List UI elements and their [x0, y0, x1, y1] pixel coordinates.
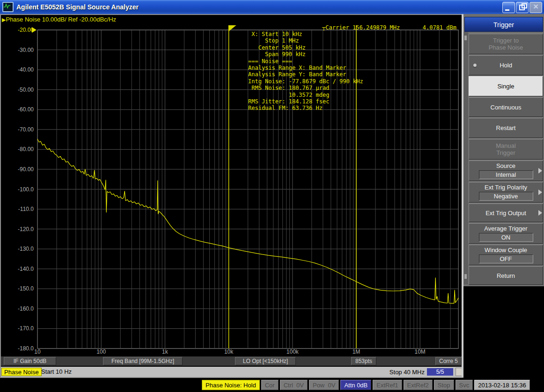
submenu-arrow-icon — [538, 168, 542, 174]
y-tick-label: -170.0 — [18, 325, 34, 332]
softkey-average-trigger[interactable]: Average TriggerON — [469, 223, 543, 244]
softkey-label: Return — [469, 272, 543, 279]
softkey-label: Hold — [469, 62, 543, 69]
carrier-frequency: ┬Carrier 156.249879 MHz — [322, 24, 400, 31]
x-tick-label: 100 — [96, 348, 106, 355]
status-stop-freq: Stop 40 MHz — [390, 369, 425, 376]
screen-border-bottom — [0, 377, 463, 378]
softkey-label: Trigger to Phase Noise — [469, 37, 543, 51]
noise-analysis-readout: X: Start 10 kHz Stop 1 MHz Center 505 kH… — [248, 31, 363, 112]
softkey-restart[interactable]: Restart — [469, 118, 543, 138]
x-tick-label: 100k — [287, 348, 299, 355]
status-box-measurement-status: Phase Noise: Hold — [202, 380, 260, 390]
carrier-power: 4.0781 dBm — [423, 24, 456, 31]
window-title: Agilent E5052B Signal Source Analyzer — [16, 3, 139, 11]
status-box-stop: Stop — [434, 380, 454, 390]
restore-icon — [519, 5, 525, 10]
ref-level-marker-icon — [32, 27, 37, 33]
app-icon — [2, 2, 14, 12]
softkey-label: Continuous — [469, 104, 543, 111]
status-page-badge: 5/5 — [427, 368, 453, 376]
softkey-label: Ext Trig Output — [469, 210, 543, 217]
band-marker-flag-icon — [229, 25, 236, 31]
softkey-return[interactable]: Return — [469, 266, 543, 285]
minimize-button[interactable] — [502, 2, 515, 13]
softkey-value-ext-trig-polarity: Negative — [479, 192, 533, 201]
softkey-label: Average Trigger — [469, 225, 543, 232]
softkey-value-average-trigger: ON — [479, 233, 533, 242]
softkey-source[interactable]: SourceInternal — [469, 160, 543, 181]
y-tick-label: -60.00 — [18, 106, 34, 113]
instrument-screen: ▶Phase Noise 10.00dB/ Ref -20.00dBc/Hz ┬… — [0, 14, 463, 378]
carrier-readout: ┬Carrier 156.249879 MHz 4.0781 dBm — [322, 24, 456, 31]
y-tick-label: -140.0 — [18, 266, 34, 272]
softkey-ext-trig-output[interactable]: Ext Trig Output — [469, 203, 543, 222]
y-tick-label: -20.00 — [18, 27, 34, 33]
measurement-status-bar: Phase Noise Start 10 Hz Stop 40 MHz 5/5 — [0, 367, 463, 377]
screen-border-right — [462, 14, 463, 378]
x-tick-label: 1k — [162, 348, 169, 355]
y-tick-label: -70.00 — [18, 126, 34, 133]
softkey-ext-trig-polarity[interactable]: Ext Trig PolarityNegative — [469, 182, 543, 203]
instrument-status-bar: Phase Noise: HoldCorCtrl 0VPow 0VAttn 0d… — [0, 378, 544, 392]
trace-scale-label: Phase Noise 10.00dB/ Ref -20.00dBc/Hz — [6, 16, 116, 23]
scale-box-853pts: 853pts — [351, 357, 376, 365]
x-tick-label: 10 — [34, 348, 41, 355]
x-tick-label: 1M — [353, 348, 360, 355]
softkey-value-source: Internal — [479, 170, 533, 179]
y-tick-label: -130.0 — [18, 246, 34, 252]
status-box-pow: Pow 0V — [309, 380, 339, 390]
softkey-label: Manual Trigger — [469, 142, 543, 156]
submenu-arrow-icon — [538, 189, 542, 195]
phase-noise-plot: -20.00-30.00-40.00-50.00-60.00-70.00-80.… — [0, 14, 463, 356]
status-box-attn: Attn 0dB — [340, 380, 371, 390]
softkey-continuous[interactable]: Continuous — [469, 97, 543, 117]
softkey-label: Restart — [469, 124, 543, 131]
screen-border-left — [0, 14, 1, 378]
restore-button[interactable] — [516, 2, 529, 13]
status-box-cor: Cor — [261, 380, 279, 390]
status-box-datetime: 2013-02-18 15:36 — [474, 380, 530, 390]
y-tick-label: -40.00 — [18, 66, 34, 73]
softkey-manual-trigger[interactable]: Manual Trigger — [469, 139, 543, 160]
softkey-trigger-to-phase-noise[interactable]: Trigger to Phase Noise — [469, 34, 543, 54]
softkey-label: Ext Trig Polarity — [469, 184, 543, 191]
menu-strip-mark — [464, 36, 467, 40]
status-mode-badge: Phase Noise — [1, 368, 42, 376]
menu-title: Trigger — [464, 17, 543, 32]
status-box-extref1: ExtRef1 — [373, 380, 402, 390]
x-tick-label: 10M — [415, 348, 426, 355]
scale-box-lo: LO Opt [<150kHz] — [235, 357, 296, 365]
status-box-extref2: ExtRef2 — [404, 380, 433, 390]
trace-scale-header: ▶Phase Noise 10.00dB/ Ref -20.00dBc/Hz — [2, 16, 116, 23]
y-tick-label: -30.00 — [18, 47, 34, 53]
y-tick-label: -110.0 — [18, 206, 34, 212]
close-icon: ✕ — [530, 3, 542, 10]
softkey-label: Window Couple — [469, 247, 543, 254]
softkey-hold[interactable]: Hold — [469, 55, 543, 75]
close-button[interactable]: ✕ — [529, 2, 542, 13]
softkey-value-window-couple: OFF — [479, 254, 533, 263]
measurement-settings-bar: IF Gain 50dBFreq Band [99M-1.5GHz]LO Opt… — [0, 356, 463, 366]
y-tick-label: -160.0 — [18, 305, 34, 312]
y-tick-label: -120.0 — [18, 226, 34, 232]
submenu-arrow-icon — [538, 210, 542, 216]
softkey-window-couple[interactable]: Window CoupleOFF — [469, 245, 543, 265]
menu-strip-mark — [464, 274, 467, 279]
softkey-menu-panel: Trigger Trigger to Phase NoiseHoldSingle… — [463, 14, 544, 378]
title-bar: Agilent E5052B Signal Source Analyzer ✕ — [0, 0, 544, 14]
status-box-ctrl: Ctrl 0V — [280, 380, 308, 390]
y-tick-label: -180.0 — [18, 345, 34, 352]
status-box-svc: Svc — [456, 380, 473, 390]
softkey-label: Single — [469, 83, 543, 90]
x-tick-label: 10k — [224, 348, 234, 355]
screen-border-top — [0, 14, 463, 15]
softkey-single[interactable]: Single — [469, 76, 543, 96]
radio-dot-icon — [473, 64, 477, 67]
minimize-icon — [505, 9, 509, 11]
scale-box-freq: Freq Band [99M-1.5GHz] — [103, 357, 183, 365]
y-tick-label: -80.00 — [18, 146, 34, 152]
menu-button-list: Trigger to Phase NoiseHoldSingleContinuo… — [469, 34, 543, 285]
status-box-list: Phase Noise: HoldCorCtrl 0VPow 0VAttn 0d… — [202, 380, 530, 390]
menu-side-strip — [463, 32, 468, 284]
